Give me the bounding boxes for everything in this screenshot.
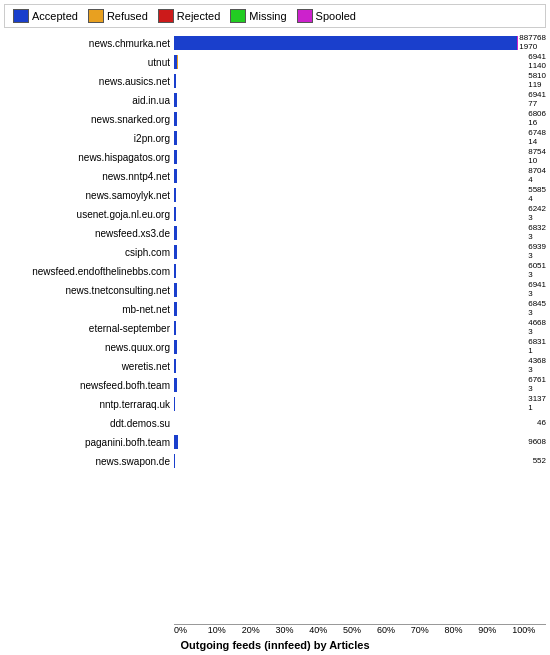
rejected-color-box [158,9,174,23]
x-axis: 0%10%20%30%40%50%60%70%80%90%100% [174,624,546,635]
row-label: usenet.goja.nl.eu.org [4,209,174,220]
bar-segment [174,188,176,202]
chart-container: Accepted Refused Rejected Missing Spoole… [0,0,550,655]
table-row: newsfeed.endofthelinebbs.com6051 3 [4,262,546,280]
bar-section: 5585 4 [174,188,546,202]
bar-value-label: 8704 4 [528,167,546,185]
bar-section: 6242 3 [174,207,546,221]
bar-segment [174,226,177,240]
bar-value-label: 6761 3 [528,376,546,394]
bar-track [174,55,526,69]
row-label: paganini.bofh.team [4,437,174,448]
bar-segment [174,131,177,145]
bar-track [174,188,526,202]
x-tick: 50% [343,625,377,635]
bar-track [174,150,526,164]
table-row: newsfeed.bofh.team6761 3 [4,376,546,394]
x-tick: 70% [411,625,445,635]
bar-value-label: 6941 1140 [528,53,546,71]
bar-section: 6051 3 [174,264,546,278]
table-row: ddt.demos.su46 [4,414,546,432]
table-row: news.hispagatos.org8754 10 [4,148,546,166]
bar-value-label: 6748 14 [528,129,546,147]
bar-section: 6845 3 [174,302,546,316]
legend-spooled: Spooled [297,9,356,23]
bar-segment [174,112,177,126]
bar-segment [174,359,176,373]
spooled-color-box [297,9,313,23]
table-row: news.snarked.org6806 16 [4,110,546,128]
bar-value-label: 6941 77 [528,91,546,109]
x-tick: 30% [275,625,309,635]
bar-track [174,359,526,373]
bar-segment [174,36,517,50]
bar-section: 6939 3 [174,245,546,259]
bar-track [174,302,526,316]
bar-track [174,416,535,430]
bar-track [174,397,526,411]
x-tick: 90% [478,625,512,635]
table-row: usenet.goja.nl.eu.org6242 3 [4,205,546,223]
legend: Accepted Refused Rejected Missing Spoole… [4,4,546,28]
table-row: paganini.bofh.team9608 [4,433,546,451]
table-row: csiph.com6939 3 [4,243,546,261]
bar-value-label: 887768 1970 [519,34,546,52]
bar-value-label: 6845 3 [528,300,546,318]
row-label: newsfeed.xs3.de [4,228,174,239]
bar-track [174,454,531,468]
legend-spooled-label: Spooled [316,10,356,22]
bar-value-label: 8754 10 [528,148,546,166]
missing-color-box [230,9,246,23]
table-row: weretis.net4368 3 [4,357,546,375]
bar-track [174,112,526,126]
bar-value-label: 3137 1 [528,395,546,413]
bar-value-label: 9608 [528,438,546,447]
bar-segment [174,245,177,259]
row-label: aid.in.ua [4,95,174,106]
bar-section: 552 [174,454,546,468]
row-label: mb-net.net [4,304,174,315]
row-label: ddt.demos.su [4,418,174,429]
x-tick: 80% [445,625,479,635]
bar-section: 6761 3 [174,378,546,392]
bar-section: 6748 14 [174,131,546,145]
bar-segment [517,36,518,50]
row-label: news.swapon.de [4,456,174,467]
bar-value-label: 6832 3 [528,224,546,242]
bar-value-label: 552 [533,457,546,466]
bar-segment [174,435,178,449]
bar-track [174,340,526,354]
bar-segment [174,378,177,392]
table-row: mb-net.net6845 3 [4,300,546,318]
bar-track [174,321,526,335]
table-row: news.ausics.net5810 119 [4,72,546,90]
bar-track [174,74,526,88]
row-label: nntp.terraraq.uk [4,399,174,410]
bar-track [174,169,526,183]
bar-value-label: 6242 3 [528,205,546,223]
bar-segment [174,397,175,411]
table-row: nntp.terraraq.uk3137 1 [4,395,546,413]
bar-track [174,93,526,107]
table-row: i2pn.org6748 14 [4,129,546,147]
bar-segment [174,264,176,278]
accepted-color-box [13,9,29,23]
table-row: news.nntp4.net8704 4 [4,167,546,185]
row-label: news.nntp4.net [4,171,174,182]
bar-track [174,207,526,221]
bar-track [174,435,526,449]
table-row: news.quux.org6831 1 [4,338,546,356]
table-row: news.chmurka.net887768 1970 [4,34,546,52]
bar-section: 6941 77 [174,93,546,107]
bar-value-label: 46 [537,419,546,428]
table-row: eternal-september4668 3 [4,319,546,337]
bar-section: 5810 119 [174,74,546,88]
row-label: news.chmurka.net [4,38,174,49]
bar-section: 4368 3 [174,359,546,373]
legend-rejected-label: Rejected [177,10,220,22]
bar-segment [174,321,176,335]
row-label: weretis.net [4,361,174,372]
row-label: news.ausics.net [4,76,174,87]
row-label: news.quux.org [4,342,174,353]
legend-missing-label: Missing [249,10,286,22]
